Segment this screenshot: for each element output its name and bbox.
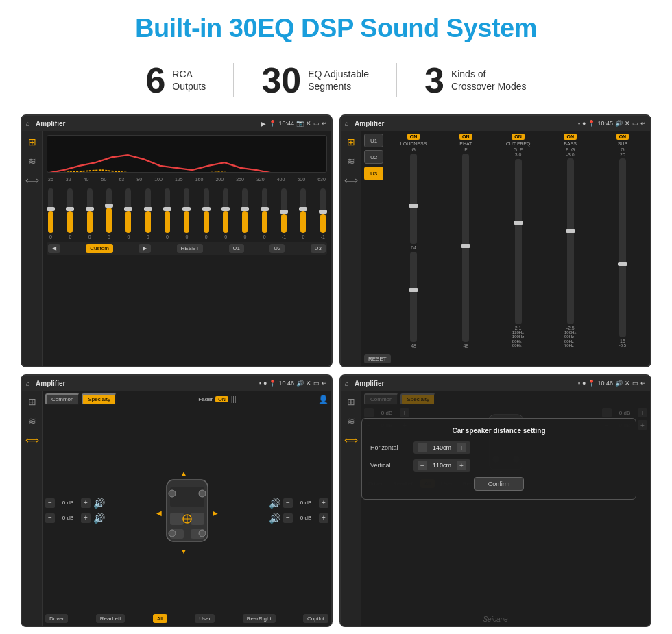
amp-presets: U1 U2 U3 bbox=[364, 134, 383, 348]
fader-copilot-btn[interactable]: Copilot bbox=[303, 614, 328, 623]
fader-user-btn[interactable]: User bbox=[195, 614, 215, 623]
eq-sidebar-arrows-icon[interactable]: ⟺ bbox=[25, 175, 39, 186]
dist-sidebar: ⊞ ≋ ⟺ bbox=[341, 391, 361, 626]
fader-rearright-btn[interactable]: RearRight bbox=[243, 614, 276, 623]
horizontal-minus-btn[interactable]: − bbox=[418, 443, 427, 452]
fader-driver-btn[interactable]: Driver bbox=[45, 614, 68, 623]
svg-text:▼: ▼ bbox=[180, 548, 187, 555]
amp-sidebar-eq-icon[interactable]: ⊞ bbox=[347, 136, 355, 147]
eq-sidebar-wave-icon[interactable]: ≋ bbox=[28, 156, 36, 167]
horizontal-value: 140cm bbox=[430, 444, 454, 451]
dist-min-icon: ▭ bbox=[632, 380, 638, 387]
stat-rca: 6 RCAOutputs bbox=[118, 62, 233, 98]
fader-ctl2-minus[interactable]: − bbox=[45, 513, 55, 523]
svg-rect-3 bbox=[191, 513, 204, 525]
fader-dot-icon: ● bbox=[263, 380, 267, 387]
eq-reset-btn[interactable]: RESET bbox=[177, 244, 204, 253]
fader-ctl4-plus[interactable]: + bbox=[319, 513, 328, 523]
eq-sidebar-eq-icon[interactable]: ⊞ bbox=[28, 136, 36, 147]
eq-freq-80: 80 bbox=[136, 177, 142, 182]
amp-phat-channel: ON PHAT F 48 bbox=[441, 134, 490, 348]
amp-u1-btn[interactable]: U1 bbox=[364, 134, 383, 147]
amp-back-icon: ↩ bbox=[640, 120, 646, 127]
fader-all-btn[interactable]: All bbox=[153, 614, 167, 623]
eq-next-btn[interactable]: ▶ bbox=[139, 244, 151, 253]
stat-eq-label: EQ AdjustableSegments bbox=[308, 68, 369, 93]
eq-freq-320: 320 bbox=[256, 177, 265, 182]
eq-time: 10:44 bbox=[278, 120, 294, 127]
dist-home-icon: ⌂ bbox=[345, 380, 349, 387]
fader-ctl4-val: 0 dB bbox=[296, 515, 316, 521]
amp-cutfreq-label: CUT FREQ bbox=[506, 141, 531, 146]
stat-crossover: 3 Kinds ofCrossover Modes bbox=[397, 62, 554, 98]
back-icon: ↩ bbox=[322, 120, 327, 127]
dist-loc-icon: 📍 bbox=[588, 380, 595, 387]
minimize-icon: ▭ bbox=[313, 120, 320, 127]
svg-point-9 bbox=[169, 490, 176, 497]
amp-sidebar-wave-icon[interactable]: ≋ bbox=[347, 156, 355, 167]
fader-close-icon: ✕ bbox=[306, 380, 311, 387]
amp-home-icon: ⌂ bbox=[345, 120, 349, 127]
stat-eq: 30 EQ AdjustableSegments bbox=[234, 62, 396, 98]
dist-sq-icon: ▪ bbox=[578, 380, 580, 387]
stat-rca-label: RCAOutputs bbox=[172, 68, 206, 93]
fader-topbar: ⌂ Amplifier ▪ ● 📍 10:46 🔊 ✕ ▭ ↩ bbox=[22, 376, 331, 391]
stat-crossover-number: 3 bbox=[424, 62, 444, 98]
fader-ctl3-minus[interactable]: − bbox=[283, 498, 293, 508]
vertical-plus-btn[interactable]: + bbox=[457, 461, 466, 470]
dist-back-icon: ↩ bbox=[640, 380, 646, 387]
dist-vol-icon: 🔊 bbox=[615, 380, 623, 387]
eq-curve-svg bbox=[47, 136, 326, 173]
fader-ctl2-plus[interactable]: + bbox=[81, 513, 91, 523]
fader-rearleft-btn[interactable]: RearLeft bbox=[96, 614, 125, 623]
amp-u2-btn[interactable]: U2 bbox=[364, 150, 383, 164]
eq-u3-btn[interactable]: U3 bbox=[311, 244, 326, 253]
location-icon: 📍 bbox=[269, 120, 276, 127]
eq-prev-btn[interactable]: ◀ bbox=[48, 244, 60, 253]
amp-phat-label: PHAT bbox=[459, 141, 472, 146]
vertical-label: Vertical bbox=[370, 462, 408, 469]
fader-ctl3-plus[interactable]: + bbox=[319, 498, 328, 508]
amp-sidebar-arrows-icon[interactable]: ⟺ bbox=[344, 175, 358, 186]
amp-u3-btn[interactable]: U3 bbox=[364, 167, 383, 180]
fader-common-tab[interactable]: Common bbox=[45, 393, 80, 405]
stat-eq-number: 30 bbox=[261, 62, 301, 98]
confirm-button[interactable]: Confirm bbox=[474, 477, 525, 491]
eq-u2-btn[interactable]: U2 bbox=[269, 244, 285, 253]
eq-status-icons: 📍 10:44 📷 ✕ ▭ ↩ bbox=[269, 120, 327, 127]
fader-home-icon: ⌂ bbox=[26, 380, 30, 387]
screens-grid: ⌂ Amplifier ▶ 📍 10:44 📷 ✕ ▭ ↩ ⊞ ≋ ⟺ bbox=[21, 114, 651, 627]
dist-sidebar-arrows-icon[interactable]: ⟺ bbox=[344, 435, 358, 446]
eq-slider-12: -1 bbox=[281, 188, 287, 239]
fader-body: − 0 dB + 🔊 − 0 dB + 🔊 bbox=[45, 409, 328, 611]
dist-sidebar-eq-icon[interactable]: ⊞ bbox=[347, 396, 355, 407]
eq-slider-13: 0 bbox=[300, 188, 306, 239]
fader-sidebar-arrows-icon[interactable]: ⟺ bbox=[25, 435, 39, 446]
eq-custom-btn[interactable]: Custom bbox=[86, 244, 113, 253]
eq-screen-content: ⊞ ≋ ⟺ 25 32 40 bbox=[22, 131, 331, 366]
amp-bass-channel: ON BASS F G -3.0 -2.5 100Hz90Hz80Hz70Hz bbox=[546, 134, 595, 348]
speaker-diagram: ▲ ▼ ◀ ▶ bbox=[109, 409, 265, 611]
eq-freq-25: 25 bbox=[48, 177, 53, 182]
fader-ctl1-minus[interactable]: − bbox=[45, 498, 55, 508]
main-title: Built-in 30EQ DSP Sound System bbox=[135, 14, 537, 43]
amp-reset-btn[interactable]: RESET bbox=[364, 354, 391, 363]
eq-freq-40: 40 bbox=[84, 177, 89, 182]
fader-sidebar-wave-icon[interactable]: ≋ bbox=[28, 415, 36, 426]
home-icon: ⌂ bbox=[26, 120, 30, 127]
dist-sidebar-wave-icon[interactable]: ≋ bbox=[347, 415, 355, 426]
fader-on-badge: ON bbox=[215, 396, 228, 402]
horizontal-plus-btn[interactable]: + bbox=[457, 443, 466, 452]
vertical-minus-btn[interactable]: − bbox=[418, 461, 427, 470]
stats-row: 6 RCAOutputs 30 EQ AdjustableSegments 3 … bbox=[21, 62, 651, 98]
eq-freq-labels: 25 32 40 50 63 80 100 125 160 200 250 32… bbox=[47, 175, 327, 183]
eq-u1-btn[interactable]: U1 bbox=[229, 244, 244, 253]
fader-ctl-2: − 0 dB + 🔊 bbox=[45, 513, 105, 524]
fader-specialty-tab[interactable]: Specialty bbox=[82, 393, 116, 405]
fader-ctl1-plus[interactable]: + bbox=[81, 498, 91, 508]
fader-sidebar-eq-icon[interactable]: ⊞ bbox=[28, 396, 36, 407]
fader-ctl4-minus[interactable]: − bbox=[283, 513, 293, 523]
amp-phat-on: ON bbox=[459, 134, 472, 140]
fader-time: 10:46 bbox=[278, 380, 294, 387]
fader-ctl2-val: 0 dB bbox=[58, 515, 78, 521]
